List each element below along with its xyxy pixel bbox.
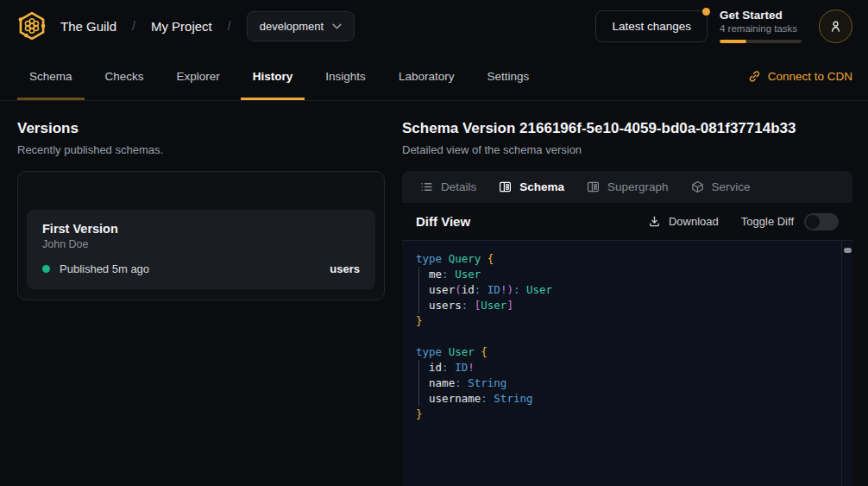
link-icon xyxy=(748,70,761,83)
schema-version-title: Schema Version 2166196f-5e10-4059-bd0a-0… xyxy=(402,120,852,137)
code-line: } xyxy=(416,407,839,422)
indent-guide xyxy=(418,360,419,407)
detail-tabstrip: DetailsSchemaSupergraphService xyxy=(402,171,852,203)
version-service-badge: users xyxy=(330,262,360,275)
download-button[interactable]: Download xyxy=(648,215,719,228)
hive-logo-icon[interactable] xyxy=(16,9,48,42)
code-line: name: String xyxy=(416,376,839,391)
versions-title: Versions xyxy=(17,120,385,137)
schema-code: type Query { me: User user(id: ID!): Use… xyxy=(402,241,852,432)
version-author: John Doe xyxy=(42,238,360,250)
columns-icon xyxy=(499,180,512,193)
detail-tab-label: Service xyxy=(712,180,751,193)
breadcrumb-project[interactable]: My Project xyxy=(151,19,212,34)
detail-tab-service[interactable]: Service xyxy=(680,171,762,203)
get-started-subtitle: 4 remaining tasks xyxy=(720,23,802,34)
nav-tab-history[interactable]: History xyxy=(239,52,307,100)
download-icon xyxy=(648,215,661,228)
get-started-title: Get Started xyxy=(720,9,802,22)
columns-icon xyxy=(587,180,600,193)
version-status: Published 5m ago xyxy=(60,262,149,275)
person-icon xyxy=(828,19,843,34)
versions-list-card: First Version John Doe Published 5m ago … xyxy=(17,171,385,300)
detail-tab-label: Details xyxy=(441,180,476,193)
nav-tab-settings[interactable]: Settings xyxy=(473,52,543,100)
nav-tab-label: Explorer xyxy=(177,70,220,83)
nav-tab-label: Laboratory xyxy=(399,70,455,83)
code-line: users: [User] xyxy=(416,298,839,313)
indent-guide xyxy=(418,267,419,313)
diff-view-header: Diff View Download Toggle Diff xyxy=(402,203,852,241)
diff-view-title: Diff View xyxy=(416,214,470,229)
detail-tab-schema[interactable]: Schema xyxy=(487,171,576,203)
top-header: The Guild / My Project / development Lat… xyxy=(0,0,868,52)
code-line: user(id: ID!): User xyxy=(416,282,839,298)
code-scrollbar[interactable] xyxy=(841,241,852,486)
nav-tab-laboratory[interactable]: Laboratory xyxy=(385,52,469,100)
toggle-knob xyxy=(806,215,820,229)
code-line: username: String xyxy=(416,391,839,407)
toggle-diff-label: Toggle Diff xyxy=(741,215,794,228)
diff-actions: Download Toggle Diff xyxy=(648,213,839,230)
version-list-item[interactable]: First Version John Doe Published 5m ago … xyxy=(27,210,375,289)
toggle-diff-switch[interactable] xyxy=(804,213,839,230)
schema-code-area[interactable]: type Query { me: User user(id: ID!): Use… xyxy=(402,241,852,486)
nav-tab-label: Schema xyxy=(29,70,72,83)
versions-panel: Versions Recently published schemas. Fir… xyxy=(17,120,385,486)
code-line: type User { xyxy=(416,344,839,360)
download-label: Download xyxy=(669,215,719,228)
nav-tab-label: Checks xyxy=(105,70,144,83)
list-icon xyxy=(420,180,433,193)
get-started-progressbar xyxy=(720,40,802,43)
nav-tab-explorer[interactable]: Explorer xyxy=(163,52,234,100)
nav-tab-label: Settings xyxy=(487,70,529,83)
nav-spacer xyxy=(548,52,748,100)
user-avatar[interactable] xyxy=(819,9,852,43)
latest-changes-label: Latest changes xyxy=(612,20,691,33)
versions-subtitle: Recently published schemas. xyxy=(17,143,385,156)
nav-tab-label: Insights xyxy=(325,70,366,83)
connect-to-cdn-button[interactable]: Connect to CDN xyxy=(748,52,852,100)
detail-tab-details[interactable]: Details xyxy=(409,171,487,203)
get-started-progress-fill xyxy=(720,40,746,43)
detail-tab-label: Supergraph xyxy=(607,180,669,193)
chevron-down-icon xyxy=(332,23,342,29)
code-line: id: ID! xyxy=(416,360,839,376)
main-content: Versions Recently published schemas. Fir… xyxy=(0,101,868,486)
toggle-diff-control: Toggle Diff xyxy=(741,213,839,230)
code-line: me: User xyxy=(416,267,839,282)
target-selector-dropdown[interactable]: development xyxy=(247,11,355,41)
breadcrumb-org[interactable]: The Guild xyxy=(60,19,116,34)
nav-tab-checks[interactable]: Checks xyxy=(91,52,158,100)
notification-dot xyxy=(702,8,710,16)
version-name: First Version xyxy=(42,222,360,236)
published-status-dot xyxy=(42,265,50,273)
code-line: } xyxy=(416,313,839,329)
nav-tab-label: History xyxy=(253,70,293,83)
code-line: type Query { xyxy=(416,251,839,267)
version-detail-panel: Schema Version 2166196f-5e10-4059-bd0a-0… xyxy=(402,120,852,486)
code-line xyxy=(416,329,839,344)
version-meta-row: Published 5m ago users xyxy=(42,262,360,275)
latest-changes-button[interactable]: Latest changes xyxy=(595,10,708,42)
nav-tab-insights[interactable]: Insights xyxy=(311,52,380,100)
nav-tabs: SchemaChecksExplorerHistoryInsightsLabor… xyxy=(16,52,548,100)
detail-tab-supergraph[interactable]: Supergraph xyxy=(576,171,680,203)
target-selector-value: development xyxy=(260,20,324,33)
nav-tab-schema[interactable]: Schema xyxy=(16,52,86,100)
main-navbar: SchemaChecksExplorerHistoryInsightsLabor… xyxy=(0,52,868,101)
breadcrumb-separator: / xyxy=(129,19,139,33)
connect-to-cdn-label: Connect to CDN xyxy=(768,70,852,83)
get-started-widget[interactable]: Get Started 4 remaining tasks xyxy=(720,9,802,43)
detail-tab-label: Schema xyxy=(519,180,564,193)
breadcrumb-separator: / xyxy=(224,19,235,33)
schema-version-subtitle: Detailed view of the schema version xyxy=(402,143,852,156)
code-scrollbar-thumb[interactable] xyxy=(844,248,852,253)
cube-icon xyxy=(691,180,704,193)
